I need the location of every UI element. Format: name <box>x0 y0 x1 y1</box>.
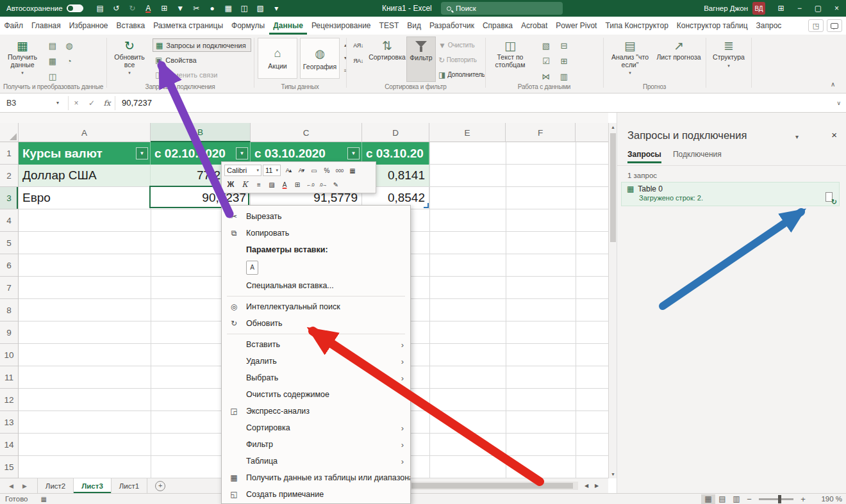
sheet-tab[interactable]: Лист2 <box>37 478 74 493</box>
refresh-all-button[interactable]: ↻ Обновить все ▾ <box>110 37 149 82</box>
queries-connections-toggle[interactable]: ▦ Запросы и подключения <box>153 38 251 52</box>
scrollbar-thumb[interactable] <box>411 483 573 489</box>
font-size-combo[interactable]: 11▾ <box>263 165 281 176</box>
consolidate-icon[interactable]: ⊞ <box>556 54 572 68</box>
row-header[interactable]: 15 <box>0 456 18 478</box>
horizontal-scrollbar[interactable] <box>410 482 578 490</box>
context-menu-item[interactable]: ◎ Интеллектуальный поиск <box>222 298 410 315</box>
zoom-slider[interactable] <box>759 498 793 500</box>
ribbon-tab[interactable]: Данные <box>269 17 308 35</box>
column-header-e[interactable]: E <box>429 123 506 142</box>
fill-color-icon[interactable]: ▨ <box>265 179 278 190</box>
row-header[interactable]: 6 <box>0 254 18 277</box>
get-data-button[interactable]: ▦ Получить данные ▾ <box>4 37 41 82</box>
name-box[interactable]: B3 <box>0 99 56 108</box>
qat-more-icon[interactable]: ▾ <box>269 0 285 17</box>
reapply-button[interactable]: ↻ Повторить <box>438 53 485 67</box>
accessibility-icon[interactable]: ▦ <box>41 496 47 503</box>
column-header-c[interactable]: C <box>251 123 362 142</box>
vertical-scrollbar[interactable]: ▲ ▼ <box>608 123 617 478</box>
grow-font-icon[interactable]: А▴ <box>282 165 295 176</box>
sort-desc-button[interactable]: ЯА↓ <box>350 54 367 67</box>
panel-close-icon[interactable]: × <box>831 129 837 140</box>
save-icon[interactable]: ▤ <box>92 0 108 17</box>
row-header[interactable]: 13 <box>0 411 18 434</box>
remove-duplicates-icon[interactable]: ⊟ <box>556 38 572 53</box>
insert-function-button[interactable]: fx <box>99 99 115 108</box>
edit-links-button[interactable]: ◫ Изменить связи <box>153 68 251 81</box>
row-header[interactable]: 11 <box>0 366 18 389</box>
cell-a1[interactable]: Курсы валют ▼ <box>19 142 151 165</box>
sheet-tab[interactable]: Лист3 <box>74 478 112 493</box>
advanced-filter-button[interactable]: ◨ Дополнительно <box>438 68 485 81</box>
comment-icon[interactable] <box>827 19 842 32</box>
sort-asc-button[interactable]: АЯ↓ <box>350 39 367 52</box>
filter-dropdown-icon[interactable]: ▼ <box>347 147 360 159</box>
column-header-b[interactable]: B <box>151 123 251 142</box>
ribbon-tab[interactable]: Формулы <box>228 17 269 35</box>
zoom-in-icon[interactable]: + <box>797 494 809 504</box>
refresh-query-icon[interactable]: ↻ <box>824 192 836 205</box>
row-header[interactable]: 5 <box>0 232 18 254</box>
search-box[interactable]: Поиск <box>441 2 563 15</box>
record-macro-icon[interactable]: ● <box>204 0 220 17</box>
select-all-corner[interactable] <box>0 123 19 142</box>
ribbon-tab[interactable]: Разметка страницы <box>149 17 228 35</box>
tab-connections[interactable]: Подключения <box>673 150 722 163</box>
new-sheet-icon[interactable]: + <box>155 481 165 491</box>
column-header-a[interactable]: A <box>19 123 151 142</box>
ribbon-tab[interactable]: Типа Конструктор <box>601 17 672 35</box>
ribbon-tab[interactable]: Вид <box>403 17 426 35</box>
autosave-toggle[interactable]: Автосохранение <box>6 4 83 12</box>
tab-queries[interactable]: Запросы <box>627 150 661 163</box>
text-to-columns-button[interactable]: ◫ Текст по столбцам <box>490 37 531 82</box>
context-menu-item[interactable]: Сортировка › <box>222 419 410 436</box>
ribbon-tab[interactable]: Запрос <box>752 17 786 35</box>
borders-icon[interactable]: ⊞ <box>291 179 304 190</box>
context-menu-item[interactable]: Очистить содержимое <box>222 386 410 403</box>
context-menu-item[interactable]: ✂ Вырезать <box>222 208 410 225</box>
cancel-entry-icon[interactable]: × <box>69 99 84 108</box>
gallery-more-icon[interactable]: ≡ <box>342 65 349 76</box>
forecast-sheet-button[interactable]: ↗ Лист прогноза <box>656 37 701 82</box>
row-header[interactable]: 7 <box>0 277 18 299</box>
context-menu-item[interactable]: Вставить › <box>222 336 410 353</box>
prev-sheet-icon[interactable]: ◀ <box>9 483 13 489</box>
maximize-button[interactable]: ▢ <box>809 0 827 17</box>
context-menu-item[interactable]: Удалить › <box>222 353 410 370</box>
filter-button[interactable]: Фильтр <box>406 37 436 82</box>
data-model-icon[interactable]: ▥ <box>556 69 572 83</box>
geography-tile[interactable]: ◍ География <box>300 38 340 79</box>
properties-button[interactable]: ▣ Свойства <box>153 53 251 67</box>
column-header-d[interactable]: D <box>362 123 429 142</box>
close-button[interactable]: × <box>827 0 846 17</box>
row-header[interactable]: 10 <box>0 344 18 366</box>
ribbon-tab[interactable]: Справка <box>478 17 517 35</box>
ribbon-display-options-icon[interactable]: ⊞ <box>772 0 790 17</box>
context-menu-item[interactable]: Таблица › <box>222 453 410 469</box>
format-as-table-icon[interactable]: ▦ <box>346 165 359 176</box>
context-menu-item[interactable]: ⧉ Копировать <box>222 225 410 241</box>
autosave-switch-icon[interactable] <box>67 4 83 12</box>
ribbon-tab[interactable]: Acrobat <box>517 17 552 35</box>
next-sheet-icon[interactable]: ▶ <box>22 483 27 489</box>
row-header[interactable]: 12 <box>0 389 18 411</box>
align-center-icon[interactable]: ≡ <box>253 179 265 190</box>
cell-a2[interactable]: Доллар США <box>19 165 151 187</box>
scrollbar-thumb[interactable] <box>610 133 616 242</box>
row-header[interactable]: 2 <box>0 165 18 187</box>
context-menu-item[interactable]: ◱ Создать примечание <box>222 486 410 503</box>
filter-dropdown-icon[interactable]: ▼ <box>136 147 148 159</box>
from-table-range-icon[interactable]: ▦ <box>45 54 60 68</box>
ribbon-tab[interactable]: Конструктор таблиц <box>672 17 752 35</box>
existing-connections-icon[interactable]: ◫ <box>45 69 60 83</box>
row-header[interactable]: 3 <box>0 187 18 209</box>
data-validation-icon[interactable]: ☑ <box>538 54 554 68</box>
row-header[interactable]: 8 <box>0 299 18 321</box>
increase-decimal-icon[interactable]: ←.0 <box>304 179 317 190</box>
what-if-analysis-button[interactable]: ▤ Анализ "что если" ▾ <box>608 37 652 82</box>
scissors-icon[interactable]: ✂ <box>188 0 204 17</box>
user-name[interactable]: Вагнер Джон <box>704 4 748 12</box>
ribbon-tab[interactable]: Файл <box>0 17 28 35</box>
switch-windows-icon[interactable]: ◫ <box>236 0 253 17</box>
